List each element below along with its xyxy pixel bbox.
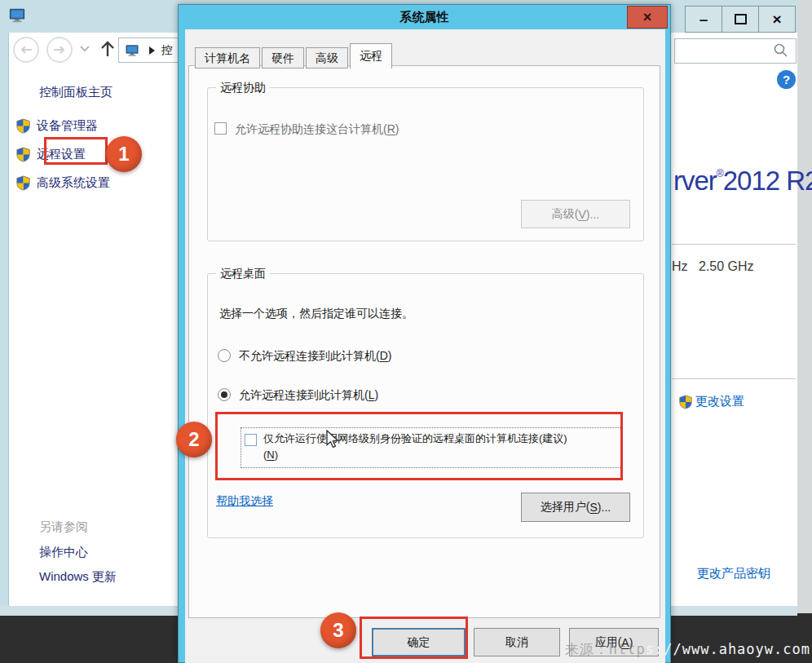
watermark-text: 来源：https://www.ahaoyw.com	[565, 640, 810, 659]
step1-badge: 1	[106, 136, 142, 172]
select-users-button[interactable]: 选择用户(S)...	[521, 493, 630, 522]
back-arrow-icon	[20, 45, 33, 55]
section-divider	[672, 378, 796, 379]
sidebar-home-label[interactable]: 控制面板主页	[39, 85, 113, 100]
chevron-down-icon[interactable]	[80, 46, 90, 52]
uac-shield-icon	[16, 175, 30, 191]
close-icon: ×	[772, 11, 781, 29]
window-controls: – ×	[686, 6, 796, 33]
computer-icon	[125, 43, 139, 58]
remote-assistance-checkbox[interactable]	[214, 122, 227, 135]
help-icon[interactable]: ?	[777, 70, 796, 89]
see-also-header: 另请参阅	[39, 519, 88, 535]
remote-assistance-legend: 远程协助	[216, 81, 270, 95]
breadcrumb[interactable]: 控	[161, 43, 173, 58]
dialog-close-button[interactable]: ×	[627, 6, 668, 29]
window-close-button[interactable]: ×	[758, 6, 796, 33]
back-button[interactable]	[13, 37, 39, 63]
cpu-info-text: Hz 2.50 GHz	[672, 259, 753, 274]
step2-highlight-box	[215, 412, 623, 480]
mouse-cursor-icon	[324, 430, 342, 449]
forward-button[interactable]	[46, 37, 73, 63]
desktop-right-strip	[797, 0, 812, 613]
dialog-title: 系统属性	[179, 5, 670, 29]
remote-assistance-group: 远程协助 允许远程协助连接这台计算机(R) 高级(V)...	[207, 87, 644, 241]
remote-desktop-instruction: 选择一个选项，然后指定谁可以连接。	[219, 307, 413, 321]
cancel-button[interactable]: 取消	[474, 628, 560, 656]
deny-remote-radio[interactable]	[218, 349, 231, 362]
tab-remote[interactable]: 远程	[350, 43, 392, 69]
remote-desktop-group: 远程桌面 选择一个选项，然后指定谁可以连接。 不允许远程连接到此计算机(D) 允…	[207, 273, 644, 538]
screen: – ×	[0, 0, 812, 663]
sidebar-item-label: 高级系统设置	[37, 175, 110, 191]
window-left-border	[0, 33, 9, 608]
step3-badge: 3	[320, 612, 356, 648]
advanced-button[interactable]: 高级(V)...	[521, 200, 630, 228]
tab-strip: 计算机名 硬件 高级 远程	[195, 43, 394, 69]
search-input[interactable]	[674, 38, 797, 64]
dialog-body: 计算机名 硬件 高级 远程 远程协助 允许远程协助连接这台计算机(R) 高级(V…	[185, 29, 665, 663]
remote-desktop-legend: 远程桌面	[216, 267, 270, 281]
system-properties-dialog: 系统属性 × 计算机名 硬件 高级 远程 远程协助 允许远程协助连接这台计算机(…	[178, 4, 671, 663]
breadcrumb-arrow-icon	[149, 46, 155, 55]
uac-shield-icon	[679, 395, 692, 409]
change-product-key-link[interactable]: 更改产品密钥	[697, 566, 770, 581]
maximize-icon	[735, 14, 747, 24]
forward-arrow-icon	[53, 45, 66, 55]
allow-remote-radio-label: 允许远程连接到此计算机(L)	[239, 388, 378, 402]
tab-advanced[interactable]: 高级	[306, 47, 348, 69]
help-me-choose-link[interactable]: 帮助我选择	[216, 494, 273, 509]
uac-shield-icon	[16, 147, 30, 162]
uac-shield-icon	[16, 118, 30, 134]
allow-remote-radio-row[interactable]: 允许远程连接到此计算机(L)	[218, 388, 378, 402]
change-settings-link[interactable]: 更改设置	[679, 394, 744, 409]
deny-remote-radio-row[interactable]: 不允许远程连接到此计算机(D)	[218, 349, 391, 363]
minimize-icon: –	[699, 11, 708, 29]
tab-hardware[interactable]: 硬件	[262, 47, 304, 69]
step2-badge: 2	[176, 422, 212, 457]
search-icon	[773, 42, 789, 59]
deny-remote-radio-label: 不允许远程连接到此计算机(D)	[239, 349, 391, 363]
remote-assistance-checkbox-label: 允许远程协助连接这台计算机(R)	[235, 122, 399, 135]
up-button[interactable]	[99, 39, 116, 59]
system-window-icon	[8, 7, 26, 24]
change-settings-label: 更改设置	[695, 394, 744, 409]
section-divider	[672, 244, 796, 245]
step1-highlight-box	[44, 137, 108, 165]
sidebar-link-action-center[interactable]: 操作中心	[39, 545, 88, 560]
allow-remote-radio[interactable]	[218, 388, 231, 401]
minimize-button[interactable]: –	[685, 6, 722, 33]
sidebar-link-windows-update[interactable]: Windows 更新	[39, 569, 117, 585]
maximize-button[interactable]	[722, 6, 759, 33]
sidebar-item-device-manager[interactable]: 设备管理器	[16, 118, 98, 134]
sidebar-item-advanced-system-settings[interactable]: 高级系统设置	[16, 175, 110, 191]
os-logo-text: rver®2012 R2	[673, 166, 812, 197]
tab-computer-name[interactable]: 计算机名	[195, 47, 260, 69]
step3-highlight-box	[360, 617, 468, 659]
sidebar-item-label: 设备管理器	[37, 118, 98, 134]
remote-tab-page: 远程协助 允许远程协助连接这台计算机(R) 高级(V)... 远程桌面 选择一个…	[188, 65, 660, 618]
